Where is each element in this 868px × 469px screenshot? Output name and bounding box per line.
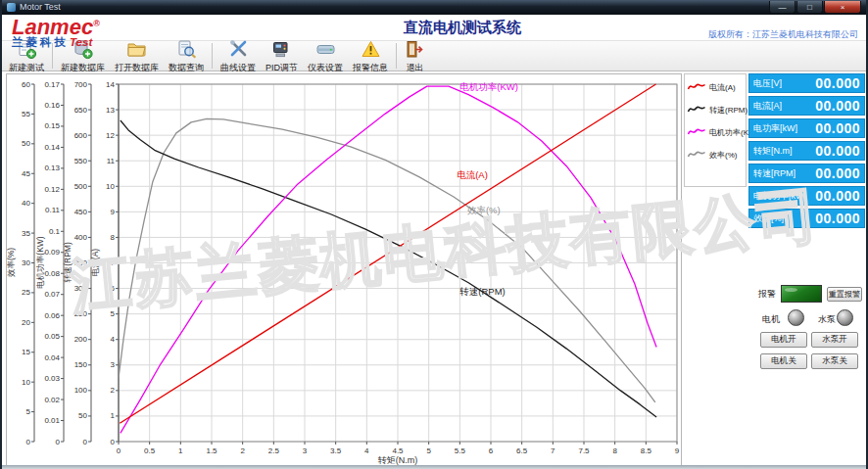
toolbar-button-data-query[interactable]: 数据查询 [164,41,209,70]
readout-label: 电机功率[kW] [753,190,806,203]
series-label: 效率(%) [467,205,501,215]
svg-text:5: 5 [26,407,31,416]
svg-text:12: 12 [106,131,115,140]
reset-alarm-button[interactable]: 重置报警 [827,287,862,302]
svg-text:20: 20 [22,318,30,327]
page-title: 直流电机测试系统 [350,19,575,37]
readout-label: 电流[A] [753,100,782,113]
svg-text:3: 3 [111,360,116,369]
svg-text:2: 2 [111,386,116,395]
svg-text:0.15: 0.15 [44,121,60,130]
open-database-icon [126,39,147,63]
curve-settings-icon [228,39,249,63]
main-area: 051015202530354045505560效率(%)00.010.020.… [2,71,866,469]
toolbar-button-exit[interactable]: 退出 [400,41,430,70]
toolbar-button-meter-settings[interactable]: 仪表设置 [303,41,348,70]
readout-row: 电功率[kW]00.000 [748,118,865,138]
logo-subtitle-cn: 兰菱科技 [12,36,69,48]
motor-off-button[interactable]: 电机关 [760,353,807,369]
svg-text:11: 11 [107,157,116,165]
svg-text:7: 7 [111,258,116,267]
alarm-label: 报警 [758,290,776,299]
toolbar-button-curve-settings[interactable]: 曲线设置 [216,41,261,70]
svg-text:6.5: 6.5 [516,446,528,455]
pump-label: 水泵 [818,315,836,324]
legend-item: 电机功率(KW) [687,123,744,141]
series-lines: 效率(%)转速(RPM)电机功率(KW)电流(A) [119,81,656,433]
legend-wave-icon [687,101,706,118]
motor-on-button[interactable]: 电机开 [760,332,807,348]
readout-row: 转速[RPM]00.000 [748,164,865,183]
exit-icon [405,39,425,63]
legend-wave-icon [687,146,706,164]
svg-text:40: 40 [22,199,30,208]
svg-text:电机功率(KW): 电机功率(KW) [35,236,45,289]
svg-text:25: 25 [22,288,30,297]
toolbar-button-pid-tune[interactable]: PID调节 [261,41,303,70]
svg-text:50: 50 [78,411,87,420]
svg-text:9: 9 [111,208,116,216]
legend-item: 电流(A) [687,78,744,96]
svg-text:0.08: 0.08 [44,269,60,278]
series-label: 电流(A) [457,169,488,180]
readout-value: 00.000 [815,188,860,204]
readout-label: 转速[RPM] [753,167,796,180]
svg-text:250: 250 [74,309,88,318]
readout-value: 00.000 [815,165,860,181]
svg-text:0: 0 [111,438,116,446]
motor-label: 电机 [762,315,780,324]
logo-wordmark: Lanmec® [12,15,100,36]
series-电机功率(KW) [121,86,656,433]
pump-off-button[interactable]: 水泵关 [811,353,858,369]
logo-subtitle-en: Test [70,36,92,48]
svg-text:15: 15 [22,348,30,356]
svg-text:7: 7 [551,446,555,455]
svg-text:650: 650 [74,106,88,115]
window-bottom-frame [2,465,866,469]
close-button[interactable]: × [824,1,861,14]
svg-text:450: 450 [74,208,88,216]
svg-text:效率(%): 效率(%) [7,248,16,277]
legend-item: 转速(RPM) [687,101,744,118]
readout-value: 00.000 [815,98,860,114]
header: Lanmec® 兰菱科技Test 直流电机测试系统 版权所有：江苏兰菱机电科技有… [2,15,866,40]
svg-text:600: 600 [74,131,88,140]
pump-on-button[interactable]: 水泵开 [811,332,858,348]
window-title: Motor Test [20,3,61,12]
svg-text:4: 4 [364,446,369,455]
x-axis: 00.511.522.533.544.555.566.577.588.59转矩(… [117,442,680,465]
legend-wave-icon [687,78,706,96]
minimize-button[interactable]: — [769,1,796,14]
toolbar: 新建测试新建数据库打开数据库数据查询曲线设置PID调节仪表设置报警信息退出 [2,40,866,71]
svg-text:0: 0 [117,446,121,455]
readout-label: 电功率[kW] [753,122,797,135]
readout-label: 效率[%] [753,212,784,225]
svg-text:1: 1 [178,446,183,455]
svg-text:45: 45 [22,169,30,178]
svg-text:30: 30 [22,258,30,267]
y-axes: 051015202530354045505560效率(%)00.010.020.… [7,80,119,446]
maximize-button[interactable]: □ [796,1,823,14]
readout-row: 效率[%]00.000 [748,209,865,228]
pump-indicator [837,309,853,326]
svg-text:0.01: 0.01 [44,416,60,425]
svg-text:7.5: 7.5 [578,446,590,455]
legend-label: 电流(A) [709,82,736,93]
svg-text:60: 60 [22,80,30,89]
svg-text:0.04: 0.04 [44,353,60,362]
chart-panel: 051015202530354045505560效率(%)00.010.020.… [6,73,682,466]
svg-text:4.5: 4.5 [392,446,404,455]
logo: Lanmec® 兰菱科技Test [12,15,100,47]
svg-text:5: 5 [111,309,116,318]
chart-legend: 电流(A)转速(RPM)电机功率(KW)效率(%) [684,73,747,187]
svg-text:5: 5 [426,446,431,455]
toolbar-button-open-database[interactable]: 打开数据库 [110,41,164,70]
svg-text:1: 1 [111,411,116,420]
svg-text:8.5: 8.5 [641,446,652,455]
toolbar-button-alarm-info[interactable]: 报警信息 [348,41,393,70]
toolbar-separator [212,43,213,69]
titlebar[interactable]: Motor Test —□× [2,0,866,15]
svg-text:0.07: 0.07 [44,290,60,299]
svg-text:0.5: 0.5 [144,446,156,455]
readout-value: 00.000 [815,143,860,159]
